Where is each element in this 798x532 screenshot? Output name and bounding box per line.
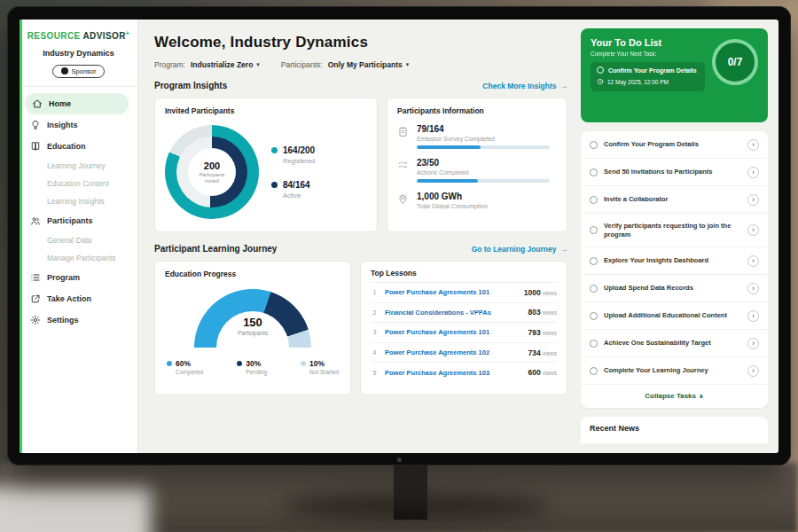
filter-bar: Program: Industrialize Zero ▾ Participan… [154, 60, 567, 69]
task-row[interactable]: Achieve One Sustainability Target › [581, 330, 768, 357]
task-checkbox[interactable] [590, 168, 598, 176]
task-checkbox[interactable] [590, 257, 598, 265]
task-checkbox[interactable] [590, 367, 598, 375]
lesson-link[interactable]: Power Purchase Agreements 101 [385, 288, 518, 296]
task-checkbox[interactable] [590, 196, 598, 204]
legend-label: Completed [176, 369, 203, 375]
lesson-rank: 5 [371, 370, 379, 376]
chevron-down-icon: ▾ [256, 61, 260, 68]
lesson-rank: 2 [371, 309, 379, 316]
task-row[interactable]: Confirm Your Program Details › [581, 131, 768, 159]
legend-label: Not Started [309, 369, 339, 375]
sidebar-item-label: Insights [47, 121, 78, 129]
lesson-row: 1 Power Purchase Agreements 101 1000view… [371, 283, 557, 303]
sidebar-item-manage-participants[interactable]: Manage Participants [20, 249, 137, 267]
sidebar-item-label: Settings [47, 316, 79, 325]
task-row[interactable]: Upload Spend Data Records › [581, 275, 768, 302]
task-checkbox[interactable] [590, 312, 598, 320]
due-date: 12 May 2025, 12:00 PM [607, 79, 669, 85]
task-checkbox[interactable] [590, 285, 598, 293]
external-link-icon [30, 293, 41, 304]
registered-dot-icon [271, 147, 278, 153]
task-checkbox[interactable] [590, 141, 598, 149]
sidebar-item-home[interactable]: Home [25, 93, 129, 114]
go-to-learning-journey-link[interactable]: Go to Learning Journey → [472, 245, 567, 254]
sidebar-item-settings[interactable]: Settings [20, 309, 137, 331]
chevron-right-icon[interactable]: › [747, 310, 759, 322]
task-row[interactable]: Invite a Collaborator › [581, 186, 768, 214]
chevron-down-icon: ▾ [406, 61, 410, 68]
chevron-right-icon[interactable]: › [747, 139, 759, 151]
legend-item-registered: 164/200 Registered [271, 145, 315, 165]
arrow-right-icon: → [560, 245, 568, 254]
org-name: Industry Dynamics [20, 49, 137, 58]
lesson-link[interactable]: Power Purchase Agreements 101 [385, 328, 522, 336]
desk-highlight [0, 486, 151, 532]
checklist-icon [397, 159, 409, 170]
sidebar-item-participants[interactable]: Participants [20, 210, 137, 231]
sidebar-item-insights[interactable]: Insights [20, 114, 137, 136]
task-row[interactable]: Complete Your Learning Journey › [581, 357, 768, 385]
program-insights-header: Program Insights Check More Insights → [154, 81, 567, 90]
chevron-right-icon[interactable]: › [747, 194, 759, 206]
task-row[interactable]: Verify participants requesting to join t… [581, 214, 768, 247]
lesson-row: 5 Power Purchase Agreements 103 600views [371, 363, 557, 382]
chevron-right-icon[interactable]: › [747, 283, 759, 294]
task-row[interactable]: Send 50 Invitations to Participants › [581, 159, 768, 186]
app-logo: RESOURCE ADVISOR+ [20, 28, 137, 49]
lesson-link[interactable]: Power Purchase Agreements 102 [385, 348, 522, 356]
lesson-link[interactable]: Financial Considerations - VPPAs [385, 309, 522, 317]
completed-dot-icon [167, 361, 172, 366]
task-label: Invite a Collaborator [604, 195, 741, 204]
sidebar-item-education-content[interactable]: Education Content [20, 175, 137, 192]
sidebar-item-general-data[interactable]: General Data [20, 231, 137, 249]
sidebar-item-education[interactable]: Education [20, 136, 137, 157]
task-label: Complete Your Learning Journey [604, 366, 741, 375]
lesson-link[interactable]: Power Purchase Agreements 103 [385, 369, 522, 377]
lesson-views: 793views [528, 328, 557, 337]
participants-filter-label: Participants: [281, 60, 323, 69]
todo-title: Your To Do List [591, 37, 705, 48]
sidebar-item-learning-journey[interactable]: Learning Journey [20, 157, 137, 175]
participants-select[interactable]: Only My Participants ▾ [328, 60, 410, 69]
chevron-right-icon[interactable]: › [747, 167, 759, 178]
chevron-right-icon[interactable]: › [747, 224, 759, 236]
lesson-views: 803views [528, 308, 557, 317]
progress-fill [417, 145, 481, 149]
people-icon [30, 215, 41, 226]
legend-value: 10% [309, 359, 339, 368]
chevron-glyph: › [752, 367, 755, 375]
sidebar-item-learning-insights[interactable]: Learning Insights [20, 192, 137, 210]
sidebar-item-take-action[interactable]: Take Action [20, 288, 137, 309]
sponsor-badge[interactable]: Sponsor [52, 65, 106, 78]
chevron-right-icon[interactable]: › [747, 365, 759, 377]
chevron-right-icon[interactable]: › [747, 255, 759, 267]
todo-tasks-card: Confirm Your Program Details › Send 50 I… [581, 131, 768, 408]
card-title: Participants Information [397, 106, 557, 115]
top-lessons-card: Top Lessons 1 Power Purchase Agreements … [360, 261, 567, 395]
invited-donut-center: 200 Participants Invited [188, 148, 236, 196]
book-icon [30, 141, 41, 152]
next-task-box[interactable]: Confirm Your Program Details 12 May 2025… [591, 62, 705, 91]
donut-center-value: 200 [204, 160, 220, 171]
chevron-right-icon[interactable]: › [747, 338, 759, 349]
task-row[interactable]: Explore Your Insights Dashboard › [581, 247, 768, 275]
task-checkbox[interactable] [590, 340, 598, 348]
card-title: Top Lessons [371, 269, 557, 283]
sidebar-item-label: Participants [47, 216, 93, 225]
sidebar-item-program[interactable]: Program [20, 267, 137, 288]
logo-primary: RESOURCE [27, 31, 81, 41]
section-title: Participant Learning Journey [154, 244, 277, 254]
program-select[interactable]: Industrialize Zero ▾ [191, 60, 260, 69]
stat-label: Emission Survey Completed [417, 136, 550, 142]
collapse-tasks-button[interactable]: Collapse Tasks∧ [581, 385, 768, 408]
task-row[interactable]: Upload Additional Educational Content › [581, 302, 768, 330]
power-led [397, 458, 402, 462]
pending-dot-icon [237, 361, 242, 366]
todo-panel: Your To Do List Complete Your Next Task:… [578, 20, 778, 453]
next-task-checkbox[interactable] [597, 66, 604, 74]
lesson-views: 600views [528, 368, 557, 377]
task-checkbox[interactable] [590, 226, 598, 234]
lightbulb-icon [30, 120, 41, 130]
check-more-insights-link[interactable]: Check More Insights → [482, 82, 567, 90]
